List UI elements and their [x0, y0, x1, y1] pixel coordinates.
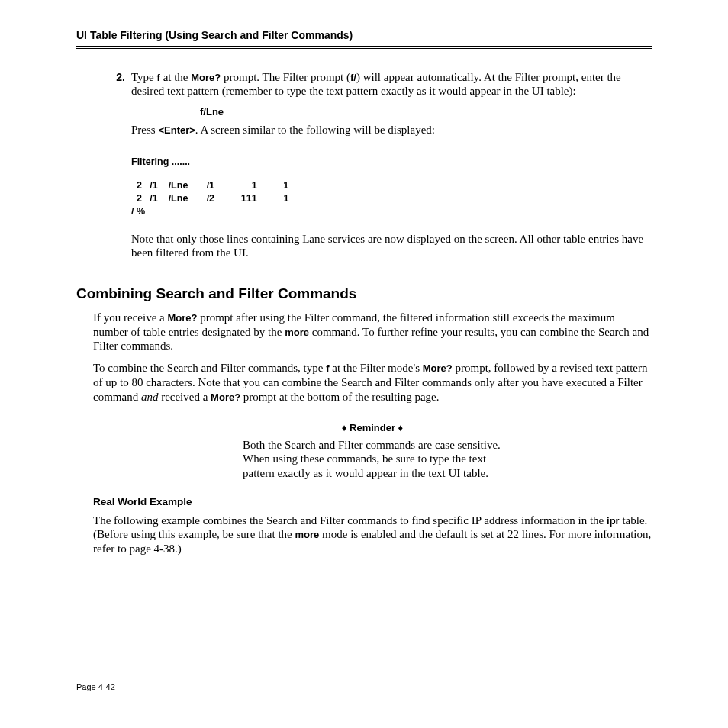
- key-enter: <Enter>: [158, 124, 195, 136]
- section-para-2: To combine the Search and Filter command…: [93, 361, 652, 404]
- step-note: Note that only those lines containing La…: [131, 232, 652, 261]
- terminal-output: Filtering ....... 2 /1 /Lne /1 1 1 2 /1 …: [131, 156, 652, 218]
- example-heading: Real World Example: [93, 496, 652, 509]
- example-para: The following example combines the Searc…: [93, 514, 652, 556]
- section-body: If you receive a More? prompt after usin…: [93, 311, 652, 556]
- reminder-body: Both the Search and Filter commands are …: [243, 438, 502, 481]
- filter-command-sample: f/Lne: [200, 106, 652, 118]
- header-rule-thick: [76, 46, 652, 47]
- page: UI Table Filtering (Using Search and Fil…: [0, 0, 728, 728]
- step-para-2: Press <Enter>. A screen similar to the f…: [131, 123, 652, 137]
- terminal-data-lines: 2 /1 /Lne /1 1 1 2 /1 /Lne /2 111 1 / %: [131, 179, 652, 218]
- step-para-1: Type f at the More? prompt. The Filter p…: [131, 70, 652, 99]
- terminal-header-line: Filtering .......: [131, 156, 190, 167]
- filter-prompt-abbrev: f/: [350, 72, 356, 83]
- header-rule-thin: [76, 48, 652, 49]
- terminal-block: Filtering ....... 2 /1 /Lne /1 1 1 2 /1 …: [76, 145, 652, 268]
- running-header: UI Table Filtering (Using Search and Fil…: [76, 29, 652, 44]
- step-block: 2. Type f at the More? prompt. The Filte…: [76, 70, 652, 146]
- page-number: Page 4-42: [76, 682, 115, 693]
- prompt-more: More?: [191, 72, 221, 83]
- step-main: Type f at the More? prompt. The Filter p…: [131, 70, 652, 146]
- section-para-1: If you receive a More? prompt after usin…: [93, 311, 652, 353]
- section-title: Combining Search and Filter Commands: [76, 285, 652, 303]
- reminder-heading: ♦ Reminder ♦: [93, 422, 652, 434]
- step-number: 2.: [116, 71, 125, 83]
- step-gutter: 2.: [76, 70, 131, 146]
